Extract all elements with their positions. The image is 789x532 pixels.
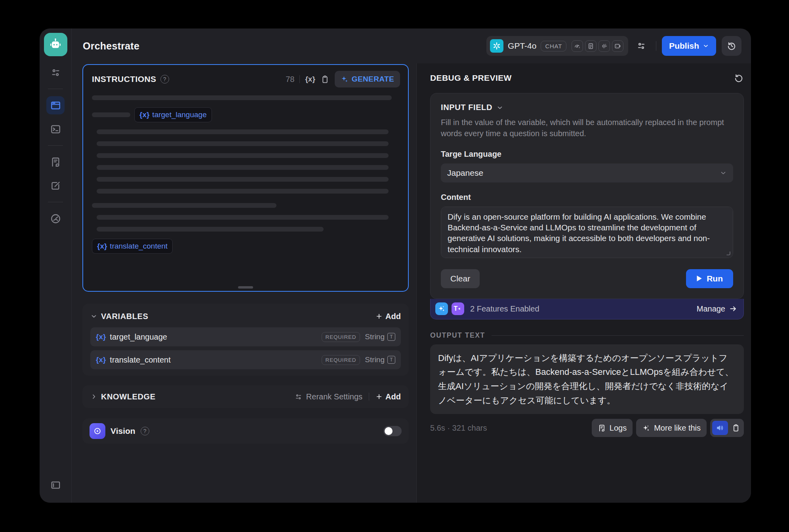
insert-variable-icon[interactable]: {x} <box>305 75 315 84</box>
variable-tag-label: translate_content <box>110 242 168 251</box>
content-input[interactable]: Dify is an open-source platform for buil… <box>441 207 733 258</box>
model-parameters-icon[interactable] <box>632 37 650 55</box>
variable-row-translate-content[interactable]: {x} translate_content REQUIRED String T <box>90 350 401 369</box>
arrow-right-icon <box>729 305 737 313</box>
variable-icon: {x} <box>96 332 106 341</box>
help-icon[interactable]: ? <box>160 75 169 84</box>
features-enabled-bar[interactable]: T 2 Features Enabled Manage <box>430 299 744 319</box>
variable-type: String T <box>365 355 395 364</box>
model-mode-badge: CHAT <box>541 41 566 51</box>
skeleton-bar <box>92 203 276 208</box>
skeleton-bar <box>97 177 389 182</box>
vision-icon <box>90 423 105 439</box>
sliders-icon <box>294 393 303 401</box>
skeleton-bar <box>97 165 389 170</box>
output-text-title: OUTPUT TEXT <box>430 331 485 340</box>
skeleton-row <box>92 95 399 100</box>
speaker-button[interactable] <box>712 421 728 435</box>
skeleton-row <box>92 203 399 208</box>
skeleton-bar <box>97 141 389 146</box>
resize-corner-icon[interactable] <box>725 250 731 256</box>
add-variable-button[interactable]: Add <box>375 312 401 321</box>
plus-icon <box>375 313 383 320</box>
chevron-down-icon <box>703 43 709 49</box>
publish-label: Publish <box>669 41 699 51</box>
help-icon[interactable]: ? <box>141 427 149 435</box>
more-like-this-button[interactable]: More like this <box>636 419 707 437</box>
target-language-label: Targe Language <box>441 150 733 159</box>
features-enabled-text: 2 Features Enabled <box>470 304 539 314</box>
variable-tag-translate_content[interactable]: {x}translate_content <box>92 239 173 254</box>
document-badge-icon <box>585 40 597 52</box>
logs-button[interactable]: Logs <box>592 419 633 437</box>
chevron-down-icon <box>496 104 503 111</box>
video-sparkle-badge-icon <box>612 40 623 52</box>
variable-row-target-language[interactable]: {x} target_language REQUIRED String T <box>90 327 401 346</box>
instructions-editor[interactable]: INSTRUCTIONS ? 78 {x} <box>82 64 409 292</box>
history-icon <box>726 41 737 51</box>
sidebar-item-logs[interactable] <box>46 153 65 171</box>
sidebar-item-api-terminal[interactable] <box>46 120 65 138</box>
sidebar <box>40 28 72 503</box>
instructions-skeleton: {x}target_language{x}translate_content <box>83 91 408 254</box>
skeleton-row <box>92 227 399 232</box>
collapse-sidebar-icon[interactable] <box>46 476 65 494</box>
topbar: Orchestrate GPT-4o CHAT <box>72 28 751 63</box>
copy-output-icon[interactable] <box>732 424 740 432</box>
skeleton-bar <box>97 227 324 232</box>
sidebar-item-monitoring[interactable] <box>46 209 65 228</box>
variable-icon: {x} <box>97 242 107 251</box>
knowledge-section: KNOWLEDGE Rerank Settings <box>82 385 409 408</box>
orchestrate-settings-icon[interactable] <box>46 63 65 82</box>
run-button[interactable]: Run <box>686 269 733 288</box>
input-field-header[interactable]: INPUT FIELD <box>441 103 733 112</box>
clear-button[interactable]: Clear <box>441 269 480 288</box>
sidebar-item-app-preview[interactable] <box>46 96 65 114</box>
variable-icon: {x} <box>139 110 149 119</box>
app-logo-robot-icon[interactable] <box>44 33 67 56</box>
history-button[interactable] <box>722 36 741 56</box>
add-knowledge-button[interactable]: Add <box>375 392 401 401</box>
variable-tag-target_language[interactable]: {x}target_language <box>134 107 212 122</box>
sidebar-item-annotations[interactable] <box>46 177 65 195</box>
skeleton-row <box>92 141 399 146</box>
variables-section: VARIABLES Add {x} target_language REQU <box>82 304 409 376</box>
skeleton-bar <box>97 215 389 220</box>
skeleton-bar <box>92 95 392 100</box>
debug-preview-panel: DEBUG & PREVIEW INPUT FIELD <box>416 63 751 503</box>
instructions-title: INSTRUCTIONS <box>92 74 156 84</box>
vision-title: Vision <box>111 426 135 436</box>
char-count: 78 <box>286 75 294 84</box>
sidebar-divider <box>48 145 63 146</box>
generate-label: GENERATE <box>352 75 394 84</box>
chevron-right-icon[interactable] <box>90 393 97 400</box>
required-badge: REQUIRED <box>322 355 360 365</box>
publish-button[interactable]: Publish <box>662 36 716 56</box>
model-capability-badges <box>572 40 623 52</box>
skeleton-row <box>92 129 399 134</box>
input-field-card: INPUT FIELD Fill in the value of the var… <box>430 93 744 299</box>
rerank-settings-button[interactable]: Rerank Settings <box>294 392 362 401</box>
manage-features-link[interactable]: Manage <box>697 304 737 314</box>
input-field-description: Fill in the value of the variable, which… <box>441 117 733 139</box>
vision-toggle[interactable] <box>383 426 402 436</box>
model-selector[interactable]: GPT-4o CHAT <box>486 36 628 56</box>
variable-icon: {x} <box>96 355 106 364</box>
app-window: Orchestrate GPT-4o CHAT <box>40 28 751 503</box>
chevron-down-icon[interactable] <box>90 313 97 320</box>
speaker-icon <box>716 424 724 432</box>
restart-icon[interactable] <box>734 73 743 83</box>
page-title: Orchestrate <box>83 40 139 52</box>
skeleton-row: {x}translate_content <box>92 239 399 254</box>
audio-actions-group <box>710 419 744 437</box>
orchestrate-panel: INSTRUCTIONS ? 78 {x} <box>72 63 416 503</box>
generate-feature-icon <box>435 302 448 315</box>
gauge-sparkle-badge-icon <box>572 40 583 52</box>
target-language-select[interactable]: Japanese <box>441 163 733 182</box>
skeleton-row <box>92 165 399 170</box>
skeleton-row <box>92 189 399 194</box>
openai-logo-icon <box>490 39 503 53</box>
copy-icon[interactable] <box>320 75 330 84</box>
generate-button[interactable]: GENERATE <box>335 71 400 87</box>
resize-drag-handle[interactable] <box>238 286 253 289</box>
